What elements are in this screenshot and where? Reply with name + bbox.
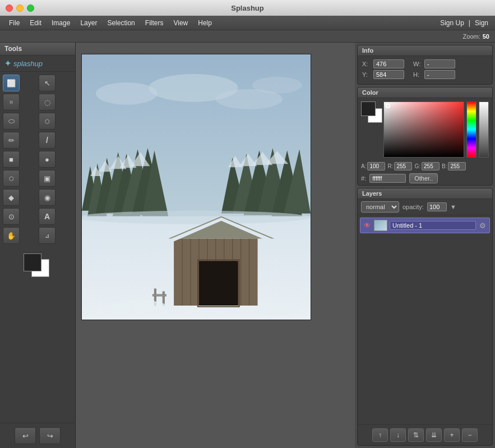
blend-mode-select[interactable]: normal multiply screen overlay <box>361 201 399 213</box>
y-input[interactable] <box>373 70 404 79</box>
undo-button[interactable]: ↩ <box>15 427 36 444</box>
menu-help[interactable]: Help <box>193 18 216 28</box>
swatch-container <box>24 253 52 279</box>
tool-smudge[interactable]: ⊙ <box>3 208 20 225</box>
maximize-button[interactable] <box>27 4 34 12</box>
g-input[interactable] <box>422 162 440 170</box>
x-input[interactable] <box>373 59 404 68</box>
canvas-area[interactable] <box>76 43 355 448</box>
main-area: Tools ✦ splashup ⬜ ↖ ⌗ ◌ ⬭ ⬡ ✏ / ■ ● ⬡ ▣… <box>0 43 495 448</box>
svg-point-3 <box>96 82 157 105</box>
tool-marquee-ellipse[interactable]: ⬭ <box>3 113 20 130</box>
color-picker-cursor[interactable] <box>386 104 390 108</box>
layer-merge-button[interactable]: ⇅ <box>408 428 424 442</box>
tool-fill[interactable]: ■ <box>3 151 20 168</box>
alpha-slider[interactable] <box>479 101 489 158</box>
layer-move-down-button[interactable]: ↓ <box>390 428 406 442</box>
layer-settings-button[interactable]: ⚙ <box>478 221 487 230</box>
g-label: G: <box>414 163 420 169</box>
r-label: R: <box>387 163 393 169</box>
tools-logo: ✦ splashup <box>0 56 75 72</box>
tool-text[interactable]: A <box>39 208 55 225</box>
layer-item[interactable]: 👁 ⚙ <box>360 218 490 233</box>
layers-panel-header: Layers <box>358 188 492 199</box>
a-input[interactable] <box>367 162 385 170</box>
info-panel-header: Info <box>358 45 492 56</box>
layer-delete-button[interactable]: − <box>462 428 478 442</box>
color-panel: Color <box>357 87 493 186</box>
menu-view[interactable]: View <box>169 18 192 28</box>
info-y-row: Y: <box>362 70 404 79</box>
signin-link[interactable]: Sign <box>473 19 491 27</box>
tool-gradient[interactable]: ▣ <box>39 170 55 187</box>
layer-flatten-button[interactable]: ⇊ <box>426 428 442 442</box>
redo-button[interactable]: ↪ <box>39 427 61 444</box>
b-label: B: <box>442 163 447 169</box>
zoom-bar: Zoom: 50 <box>0 30 495 43</box>
tool-eraser[interactable]: ◆ <box>3 189 20 206</box>
tools-grid: ⬜ ↖ ⌗ ◌ ⬭ ⬡ ✏ / ■ ● ⬡ ▣ ◆ ◉ ⊙ A ✋ ⊿ <box>0 72 75 247</box>
tools-panel: Tools ✦ splashup ⬜ ↖ ⌗ ◌ ⬭ ⬡ ✏ / ■ ● ⬡ ▣… <box>0 43 76 448</box>
tool-brush[interactable]: ✏ <box>3 132 20 149</box>
tool-pencil[interactable]: / <box>39 132 55 149</box>
right-panels: Info X: Y: W: <box>355 43 495 448</box>
layer-name-input[interactable] <box>390 221 476 230</box>
menu-file[interactable]: File <box>4 18 24 28</box>
menu-edit[interactable]: Edit <box>25 18 46 28</box>
tool-crop[interactable]: ⌗ <box>3 94 20 110</box>
hue-slider[interactable] <box>466 101 477 158</box>
info-w-row: W: <box>413 59 455 68</box>
opacity-label: opacity: <box>403 204 424 210</box>
menu-right: Sign Up | Sign <box>438 19 491 27</box>
color-values-row: A: R: G: B: <box>358 161 492 172</box>
tool-shape-circle[interactable]: ● <box>39 151 55 168</box>
info-wh: W: H: <box>413 59 455 81</box>
layer-add-button[interactable]: + <box>444 428 460 442</box>
zoom-value: 50 <box>483 33 489 40</box>
tool-hand[interactable]: ✋ <box>3 227 20 244</box>
gradient-picker[interactable] <box>383 101 464 158</box>
zoom-label: Zoom: <box>463 33 480 40</box>
title-bar: Splashup <box>0 0 495 16</box>
opacity-dropdown-icon[interactable]: ▼ <box>450 204 456 210</box>
opacity-input[interactable] <box>427 202 447 211</box>
w-label: W: <box>413 61 422 67</box>
color-panel-header: Color <box>358 87 492 98</box>
tool-marquee-rect[interactable]: ⬜ <box>3 75 20 91</box>
fg-bg-swatches <box>361 101 381 158</box>
layer-visibility-toggle[interactable]: 👁 <box>363 221 372 230</box>
traffic-lights <box>6 4 34 12</box>
menu-filters[interactable]: Filters <box>141 18 168 28</box>
signup-link[interactable]: Sign Up <box>438 19 466 27</box>
menu-image[interactable]: Image <box>47 18 75 28</box>
red-group: R: <box>387 162 412 170</box>
blue-group: B: <box>442 162 466 170</box>
canvas-svg <box>82 54 311 320</box>
minimize-button[interactable] <box>16 4 24 12</box>
w-input[interactable] <box>424 59 455 68</box>
tool-move[interactable]: ↖ <box>39 75 55 91</box>
info-panel-content: X: Y: W: H: <box>358 56 492 84</box>
gear-icon: ⚙ <box>479 221 486 230</box>
layers-panel: Layers normal multiply screen overlay op… <box>357 188 493 446</box>
tool-hex[interactable]: ⬡ <box>3 170 20 187</box>
menu-layer[interactable]: Layer <box>76 18 101 28</box>
layer-move-up-button[interactable]: ↑ <box>372 428 388 442</box>
svg-point-4 <box>252 77 303 94</box>
tool-eyedropper[interactable]: ⊿ <box>39 227 55 244</box>
tool-magic-wand[interactable]: ⬡ <box>39 113 55 130</box>
r-input[interactable] <box>394 162 412 170</box>
foreground-swatch[interactable] <box>24 253 41 271</box>
tools-header: Tools <box>0 43 75 56</box>
close-button[interactable] <box>6 4 13 12</box>
foreground-color-swatch[interactable] <box>361 101 376 116</box>
layers-controls: normal multiply screen overlay opacity: … <box>358 199 492 215</box>
other-button[interactable]: Other.. <box>409 173 438 183</box>
tool-stamp[interactable]: ◉ <box>39 189 55 206</box>
h-input[interactable] <box>424 70 455 79</box>
hex-input[interactable] <box>369 174 406 183</box>
info-h-row: H: <box>413 70 455 79</box>
menu-selection[interactable]: Selection <box>103 18 139 28</box>
tool-lasso[interactable]: ◌ <box>39 94 55 110</box>
b-input[interactable] <box>448 162 466 170</box>
